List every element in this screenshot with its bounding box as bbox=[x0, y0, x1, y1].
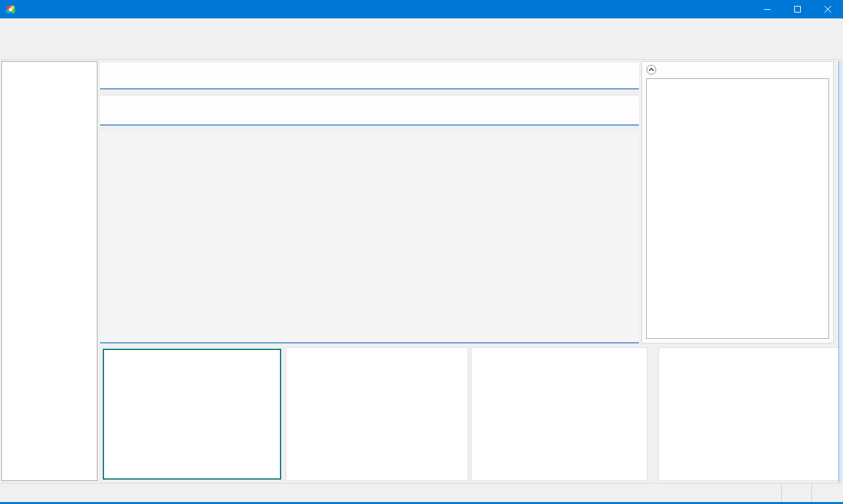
toolbar bbox=[0, 32, 843, 60]
statusbar bbox=[0, 483, 843, 502]
right-scroll-strip[interactable] bbox=[838, 61, 842, 482]
color-diff-header bbox=[642, 62, 833, 80]
tolerance-section bbox=[100, 63, 639, 89]
sample-tree bbox=[1, 61, 97, 481]
minimize-button[interactable] bbox=[752, 0, 782, 18]
color-diff-box bbox=[646, 78, 829, 339]
titlebar bbox=[0, 0, 843, 18]
status-spare-segment bbox=[811, 484, 843, 502]
auto-mode-indicator[interactable] bbox=[781, 484, 811, 502]
close-button[interactable] bbox=[813, 0, 843, 18]
samples-section bbox=[100, 132, 639, 343]
spectral-reflectance-panel[interactable] bbox=[471, 347, 647, 481]
app-icon bbox=[5, 4, 16, 14]
application-window bbox=[0, 0, 843, 504]
delta-e-trend-panel[interactable] bbox=[286, 347, 468, 481]
collapse-icon[interactable] bbox=[646, 64, 657, 78]
color-diff-panel bbox=[641, 61, 834, 343]
lab-gamut-panel[interactable] bbox=[659, 347, 841, 481]
standard-section bbox=[100, 96, 639, 126]
menubar bbox=[0, 18, 843, 32]
maximize-button[interactable] bbox=[782, 0, 813, 18]
delta-ab-scatter-panel[interactable] bbox=[103, 349, 281, 480]
